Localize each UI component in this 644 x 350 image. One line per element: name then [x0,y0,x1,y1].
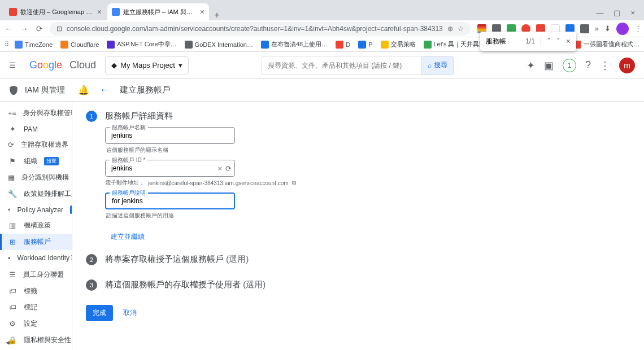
id-label: 服務帳戶 ID * [110,156,147,164]
nav-label: 隱私權與安全性 [24,335,71,345]
browser-tab-0[interactable]: 歡迎使用 – Googlemap – Goo… × [5,3,106,20]
bell-icon[interactable]: 🔔 [78,85,89,95]
nav-label: 政策疑難排解工具 [24,189,72,199]
sidebar-item[interactable]: •Policy Analyzer預覽 [0,202,72,217]
sidebar: +≡身分與存取權管理✦PAM⟳主體存取權邊界⚑組織預覽▦身分識別與機構🔧政策疑難… [0,102,72,350]
copy-icon[interactable]: ⧉ [292,180,296,186]
cancel-button[interactable]: 取消 [119,305,141,321]
product-subheader: IAM 與管理 🔔 ← 建立服務帳戶 [0,79,644,102]
sidebar-item[interactable]: ⊞服務帳戶 [0,234,72,250]
sidebar-item[interactable]: •Workload Identity 聯盟 [0,250,72,266]
nav-label: 身分識別與機構 [21,173,69,182]
browser-tab-1[interactable]: 建立服務帳戶 – IAM 與管理 – … × [107,3,209,20]
new-tab-button[interactable]: + [210,10,224,20]
bookmark-item[interactable]: 交易策略 [378,39,418,50]
find-input[interactable] [486,37,520,45]
help-icon[interactable]: ? [585,59,591,71]
minimize-icon[interactable]: — [596,8,603,17]
ext-icon[interactable] [580,24,589,33]
back-arrow-icon[interactable]: ← [99,84,110,96]
forward-icon[interactable]: → [20,24,28,33]
sidebar-item[interactable]: ⚙設定 [0,316,72,332]
nav-label: 服務帳戶 [24,237,51,247]
desc-label: 服務帳戶說明 [110,189,148,197]
download-icon[interactable]: ⬇ [604,24,611,33]
find-in-page: 1/1 ˄ ˅ × [480,32,576,51]
sidebar-item[interactable]: 🏷標籤 [0,283,72,299]
translate-icon[interactable]: ⊕ [447,25,453,33]
tab-title: 建立服務帳戶 – IAM 與管理 – … [123,8,197,16]
done-button[interactable]: 完成 [86,305,113,321]
sidebar-item[interactable]: ⟳主體存取權邊界 [0,137,72,153]
find-count: 1/1 [525,37,535,45]
sidebar-item[interactable]: ⚑組織預覽 [0,153,72,169]
find-prev-icon[interactable]: ˄ [547,37,551,46]
collapse-sidebar-icon[interactable]: ◂ [6,338,10,347]
sidebar-item[interactable]: ▥機構政策 [0,217,72,234]
url-text: console.cloud.google.com/iam-admin/servi… [67,25,443,33]
step2-title[interactable]: 將專案存取權授予這個服務帳戶 (選用) [105,254,630,265]
nav-icon: 🏷 [8,303,17,312]
sidebar-item[interactable]: ☰員工身分聯盟 [0,266,72,283]
reload-icon[interactable]: ⟳ [36,24,43,33]
sidebar-item[interactable]: 🏷標記 [0,299,72,316]
find-next-icon[interactable]: ˅ [556,37,560,46]
sidebar-item[interactable]: +≡身分與存取權管理 [0,105,72,121]
step3-title[interactable]: 將這個服務帳戶的存取權授予使用者 (選用) [105,279,630,290]
project-icon: ◆ [111,61,117,69]
site-info-icon[interactable]: ⊡ [56,25,62,33]
apps-icon[interactable]: ⠿ [5,41,9,48]
bookmark-item[interactable]: 一張圖看懂商程式… [571,39,642,50]
nav-label: 組織 [24,156,37,166]
email-value: jenkins@careful-span-384313.iam.gservice… [148,180,289,186]
gcp-logo[interactable]: Google Cloud [29,59,96,71]
clear-icon[interactable]: × [217,164,222,173]
refresh-icon[interactable]: ⟳ [225,164,232,173]
avatar[interactable]: m [619,58,635,73]
close-window-icon[interactable]: × [630,8,635,17]
back-icon[interactable]: ← [5,24,12,33]
cloud-shell-icon[interactable]: ▣ [544,59,554,72]
find-close-icon[interactable]: × [566,37,571,46]
nav-menu-icon[interactable]: ☰ [9,61,20,69]
close-icon[interactable]: × [97,7,102,16]
account-icon[interactable] [616,23,629,35]
sidebar-item[interactable]: 🔧政策疑難排解工具 [0,186,72,202]
url-input[interactable]: ⊡ console.cloud.google.com/iam-admin/ser… [50,22,471,36]
nav-icon: ☰ [8,270,16,279]
maximize-icon[interactable]: ▢ [613,8,620,17]
nav-label: 設定 [24,319,37,329]
project-selector[interactable]: ◆ My Maps Project ▾ [105,56,189,75]
nav-label: Workload Identity 聯盟 [18,253,72,263]
extensions-menu-icon[interactable]: » [595,24,599,33]
menu-icon[interactable]: ⋮ [634,24,642,33]
bookmark-icon[interactable]: ☆ [458,25,464,33]
search-input[interactable] [262,56,421,75]
create-and-continue-button[interactable]: 建立並繼續 [105,229,150,245]
bookmark-item[interactable]: P [356,40,375,50]
nav-icon: ⚑ [8,157,17,165]
step1-title: 服務帳戶詳細資料 [105,111,630,121]
more-icon[interactable]: ⋮ [600,59,610,72]
nav-icon: 🏷 [8,287,17,295]
step-number-2: 2 [86,254,97,265]
sidebar-item[interactable]: ✦PAM [0,121,72,137]
email-label: 電子郵件地址： [105,179,145,187]
nav-label: PAM [24,125,38,133]
page-title: 建立服務帳戶 [120,85,171,95]
close-icon[interactable]: × [200,7,204,16]
bookmark-item[interactable]: ASP.NET Core中章… [105,39,179,50]
nav-label: 標記 [24,303,37,312]
bookmark-item[interactable]: 在布魯漬48上使用… [259,39,330,50]
nav-icon: ⟳ [8,141,14,149]
bookmark-item[interactable]: Cloudflare [58,40,101,50]
sidebar-item[interactable]: 🔒隱私權與安全性 [0,332,72,348]
nav-badge: 預覽 [44,157,59,165]
sidebar-item[interactable]: ▦身分識別與機構 [0,169,72,186]
bookmark-item[interactable]: D [333,40,353,50]
search-button[interactable]: ⌕ 搜尋 [421,56,454,75]
bookmark-item[interactable]: TimeZone [12,40,55,50]
notifications-badge[interactable]: 1 [563,59,576,72]
gemini-icon[interactable]: ✦ [526,59,535,72]
bookmark-item[interactable]: GoDEX Internation… [182,40,255,50]
